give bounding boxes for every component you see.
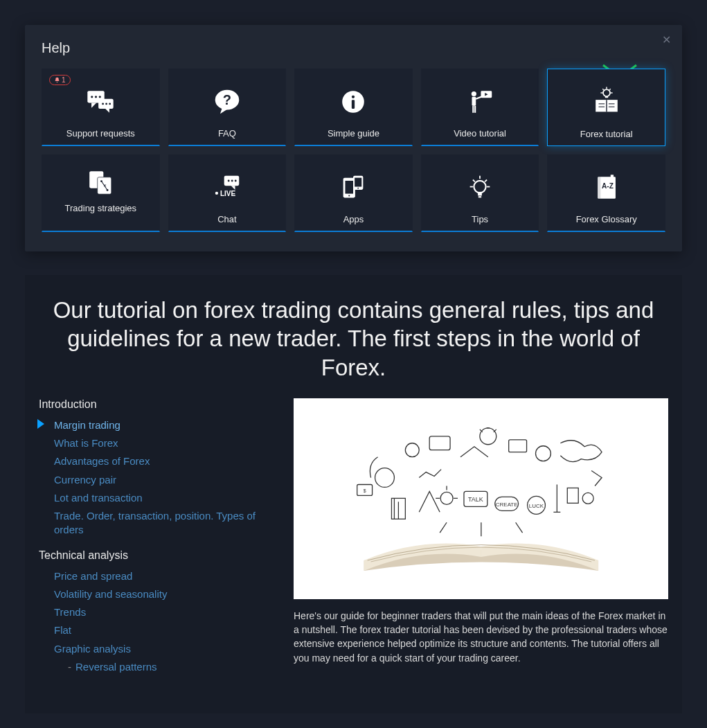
svg-point-53 [349,195,350,196]
svg-rect-49 [346,180,354,193]
card-apps[interactable]: Apps [294,154,413,232]
card-label: Video tutorial [454,128,506,139]
nav-item-advantages[interactable]: Advantages of Forex [54,452,274,470]
card-label: Tips [472,214,488,225]
notification-badge: 1 [49,75,71,85]
svg-point-47 [215,191,218,194]
svg-point-83 [582,493,593,504]
chat-bubbles-icon [84,86,116,118]
nav-subitem-reversal-patterns[interactable]: -Reversal patterns [68,658,274,676]
svg-rect-63 [598,177,600,199]
card-support-requests[interactable]: 1 Support requests [42,69,160,146]
svg-text:LIVE: LIVE [220,189,236,197]
nav-item-graphic-analysis[interactable]: Graphic analysis [54,640,274,658]
svg-line-60 [473,179,475,181]
svg-point-69 [480,428,496,445]
nav-item-volatility[interactable]: Volatility and seasonality [54,585,274,603]
card-label: Simple guide [328,128,379,139]
svg-marker-6 [105,109,109,113]
svg-point-67 [405,443,419,457]
card-forex-tutorial[interactable]: Forex tutorial [547,69,665,146]
svg-rect-56 [478,196,481,197]
help-panel: Help ✕ 1 [25,25,682,251]
strategy-cards-icon: ✕ [84,166,116,198]
help-title: Help [42,40,665,56]
nav-item-margin-trading[interactable]: Margin trading [54,416,274,434]
book-idea-icon [591,86,623,118]
nav-item-what-is-forex[interactable]: What is Forex [54,434,274,452]
svg-rect-15 [352,100,355,109]
tutorial-nav: Introduction Margin trading What is Fore… [39,398,274,686]
nav-item-flat[interactable]: Flat [54,621,274,639]
article-hero-image: TALK CREATE LUCK [294,398,668,599]
card-label: Trading strategies [65,203,137,225]
svg-point-44 [231,179,233,181]
svg-rect-55 [478,193,482,195]
svg-line-61 [485,179,487,181]
svg-rect-68 [429,436,450,450]
svg-point-8 [105,103,107,105]
nav-item-lot-transaction[interactable]: Lot and transaction [54,489,274,507]
bell-icon [54,77,60,83]
svg-point-9 [109,103,111,105]
card-label: Chat [217,214,236,225]
card-label: Apps [343,214,364,225]
svg-rect-51 [355,177,362,186]
card-faq[interactable]: ? FAQ [168,69,287,146]
svg-line-28 [609,89,610,89]
svg-text:LUCK: LUCK [529,504,544,510]
svg-point-54 [474,180,485,192]
svg-text:✕: ✕ [104,184,107,188]
card-chat[interactable]: LIVE Chat [168,154,287,232]
lightbulb-icon [464,172,496,204]
svg-point-45 [235,179,237,181]
svg-point-3 [95,96,97,98]
close-icon[interactable]: ✕ [662,35,671,46]
devices-icon [337,172,369,204]
svg-point-14 [352,95,355,98]
card-label: Support requests [66,128,135,139]
svg-point-43 [228,179,230,181]
live-chat-icon: LIVE [211,172,243,204]
nav-item-price-spread[interactable]: Price and spread [54,567,274,585]
svg-point-23 [603,89,610,96]
article-area: TALK CREATE LUCK [294,398,668,686]
svg-marker-11 [220,107,229,114]
svg-rect-65 [610,175,613,179]
svg-rect-18 [472,105,474,112]
glossary-book-icon: A-Z [591,172,623,204]
svg-line-27 [602,89,603,89]
presenter-icon [464,86,496,118]
article-intro-text: Here's our guide for beginner traders th… [294,609,668,665]
svg-point-52 [358,187,359,188]
hero-section: Our tutorial on forex trading contains g… [25,275,682,713]
card-video-tutorial[interactable]: Video tutorial [421,69,539,146]
svg-rect-19 [474,105,476,112]
help-cards-grid: 1 Support requests ? FAQ [42,69,665,232]
question-bubble-icon: ? [211,86,243,118]
nav-section-title: Introduction [39,398,274,411]
svg-point-66 [375,468,394,488]
svg-text:CREATE: CREATE [495,502,517,508]
svg-point-4 [99,96,101,98]
card-label: Forex Glossary [576,214,637,225]
card-tips[interactable]: Tips [421,154,539,232]
card-forex-glossary[interactable]: A-Z Forex Glossary [547,154,665,232]
hero-headline: Our tutorial on forex trading contains g… [42,296,665,382]
card-label: FAQ [218,128,236,139]
card-label: Forex tutorial [580,129,633,140]
open-book-illustration: TALK CREATE LUCK [309,406,654,591]
nav-item-currency-pair[interactable]: Currency pair [54,471,274,489]
svg-point-7 [102,103,104,105]
nav-section-title: Technical analysis [39,549,274,562]
svg-point-75 [440,492,453,505]
card-simple-guide[interactable]: Simple guide [294,69,413,146]
svg-rect-70 [508,440,526,452]
card-trading-strategies[interactable]: ✕ Trading strategies [42,154,160,232]
svg-point-2 [91,96,93,98]
nav-item-trade-order[interactable]: Trade. Order, transaction, position. Typ… [54,507,274,540]
nav-item-trends[interactable]: Trends [54,603,274,621]
info-icon [337,86,369,118]
svg-point-16 [472,91,476,96]
svg-marker-1 [91,103,96,107]
